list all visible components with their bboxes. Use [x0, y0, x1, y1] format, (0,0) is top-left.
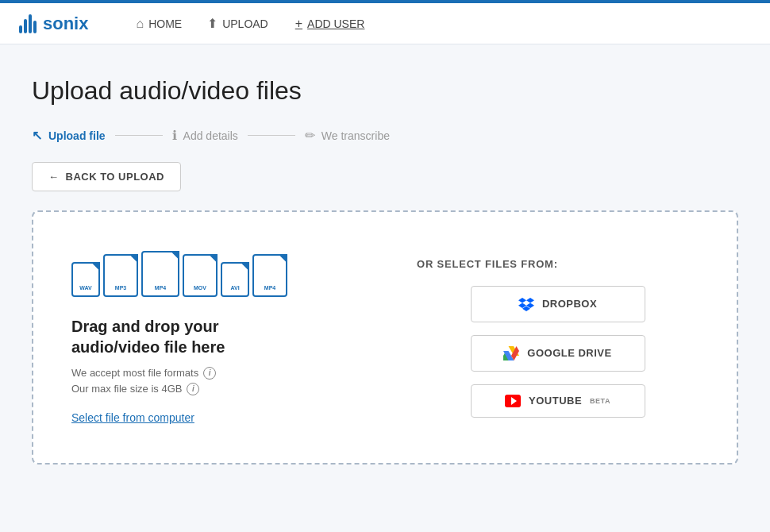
- size-info: Our max file size is 4GB i: [71, 383, 353, 395]
- upload-icon: ⬆: [207, 16, 218, 31]
- dropbox-icon: [518, 296, 534, 312]
- size-info-icon: i: [187, 383, 199, 395]
- step-divider-1: [115, 135, 163, 136]
- nav-links: ⌂ HOME ⬆ UPLOAD + ADD USER: [126, 11, 375, 36]
- formats-info-icon: i: [203, 367, 216, 380]
- youtube-button[interactable]: YOUTUBE BETA: [471, 384, 645, 418]
- google-drive-button[interactable]: GOOGLE DRIVE: [471, 335, 645, 372]
- formats-info: We accept most file formats i: [71, 367, 353, 380]
- plus-icon: +: [295, 17, 302, 31]
- add-user-button[interactable]: + ADD USER: [284, 12, 376, 36]
- logo[interactable]: sonix: [19, 13, 88, 34]
- step3-icon: ✏: [305, 128, 315, 143]
- navbar: sonix ⌂ HOME ⬆ UPLOAD + ADD USER: [0, 0, 770, 44]
- upload-left-panel: WAV MP3 MP4 MOV AVI MP4 Drag and drop yo…: [71, 251, 353, 425]
- step2-icon: ℹ: [172, 128, 177, 143]
- step-add-details: ℹ Add details: [172, 128, 238, 143]
- arrow-left-icon: ←: [48, 171, 60, 183]
- home-nav-item[interactable]: ⌂ HOME: [126, 12, 191, 36]
- step-upload-file: ↖ Upload file: [32, 128, 106, 143]
- file-icon-mov: MOV: [183, 254, 218, 297]
- upload-nav-item[interactable]: ⬆ UPLOAD: [198, 11, 278, 36]
- page-title: Upload audio/video files: [32, 76, 738, 106]
- file-icon-wav: WAV: [71, 262, 100, 297]
- dropbox-button[interactable]: DROPBOX: [471, 286, 645, 322]
- step-divider-2: [248, 135, 295, 136]
- google-drive-icon: [503, 345, 519, 361]
- file-icon-mp4: MP4: [141, 251, 179, 297]
- file-icon-avi: AVI: [221, 262, 249, 297]
- steps-indicator: ↖ Upload file ℹ Add details ✏ We transcr…: [32, 128, 738, 143]
- back-to-upload-button[interactable]: ← BACK TO UPLOAD: [32, 162, 181, 191]
- upload-right-panel: OR SELECT FILES FROM: DROPBOX: [417, 258, 699, 418]
- youtube-icon: [505, 395, 521, 407]
- select-file-link[interactable]: Select file from computer: [71, 411, 194, 424]
- youtube-play-triangle: [511, 397, 517, 405]
- file-format-icons: WAV MP3 MP4 MOV AVI MP4: [71, 251, 353, 297]
- file-icon-mp3: MP3: [103, 254, 138, 297]
- step-we-transcribe: ✏ We transcribe: [305, 128, 390, 143]
- main-content: Upload audio/video files ↖ Upload file ℹ…: [0, 44, 770, 496]
- drag-drop-title: Drag and drop your audio/video file here: [71, 316, 353, 357]
- upload-dropzone[interactable]: WAV MP3 MP4 MOV AVI MP4 Drag and drop yo…: [32, 210, 738, 465]
- file-icon-mp4b: MP4: [252, 254, 287, 297]
- youtube-beta-badge: BETA: [590, 397, 610, 405]
- step1-icon: ↖: [32, 128, 42, 143]
- logo-icon: [19, 14, 37, 33]
- home-icon: ⌂: [136, 17, 144, 31]
- select-files-label: OR SELECT FILES FROM:: [417, 258, 558, 270]
